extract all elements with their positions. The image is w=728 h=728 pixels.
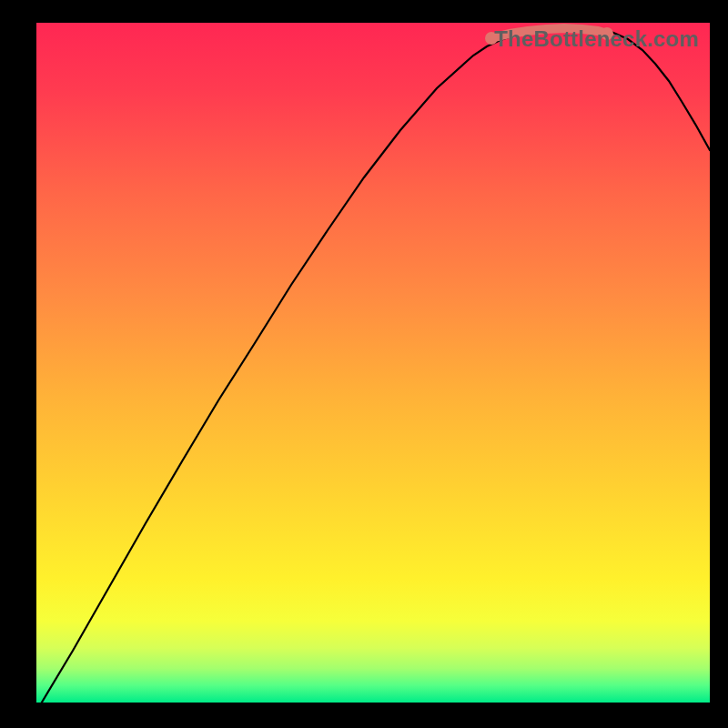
chart-area: TheBottleneck.com <box>36 23 710 705</box>
curve-line <box>40 27 710 705</box>
watermark-text: TheBottleneck.com <box>494 26 699 52</box>
chart-overlay <box>36 23 710 705</box>
